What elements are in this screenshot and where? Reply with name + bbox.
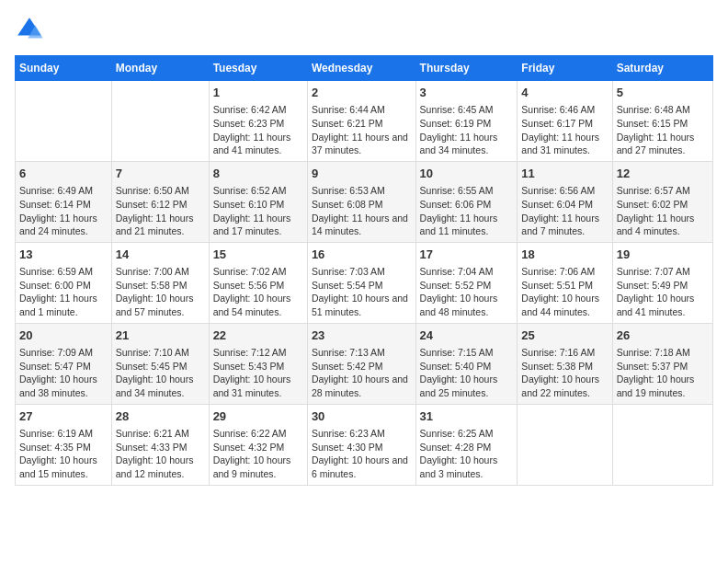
calendar-cell: 15Sunrise: 7:02 AM Sunset: 5:56 PM Dayli… — [209, 242, 307, 323]
calendar-cell: 9Sunrise: 6:53 AM Sunset: 6:08 PM Daylig… — [307, 161, 415, 242]
calendar-cell: 22Sunrise: 7:12 AM Sunset: 5:43 PM Dayli… — [209, 323, 307, 404]
calendar-cell: 7Sunrise: 6:50 AM Sunset: 6:12 PM Daylig… — [111, 161, 209, 242]
day-number: 3 — [420, 85, 514, 101]
calendar-cell: 3Sunrise: 6:45 AM Sunset: 6:19 PM Daylig… — [415, 81, 518, 162]
calendar-cell: 23Sunrise: 7:13 AM Sunset: 5:42 PM Dayli… — [307, 323, 415, 404]
header-day-sunday: Sunday — [16, 56, 112, 81]
day-content: Sunrise: 6:52 AM Sunset: 6:10 PM Dayligh… — [213, 184, 303, 238]
day-content: Sunrise: 6:49 AM Sunset: 6:14 PM Dayligh… — [19, 184, 108, 238]
header-day-monday: Monday — [111, 56, 209, 81]
day-content: Sunrise: 6:53 AM Sunset: 6:08 PM Dayligh… — [312, 184, 412, 238]
calendar-cell: 1Sunrise: 6:42 AM Sunset: 6:23 PM Daylig… — [209, 81, 307, 162]
day-content: Sunrise: 7:07 AM Sunset: 5:49 PM Dayligh… — [617, 265, 709, 319]
day-content: Sunrise: 7:02 AM Sunset: 5:56 PM Dayligh… — [213, 265, 303, 319]
header-day-friday: Friday — [518, 56, 612, 81]
calendar-cell: 10Sunrise: 6:55 AM Sunset: 6:06 PM Dayli… — [415, 161, 518, 242]
day-content: Sunrise: 7:09 AM Sunset: 5:47 PM Dayligh… — [19, 346, 108, 400]
calendar-week-4: 20Sunrise: 7:09 AM Sunset: 5:47 PM Dayli… — [16, 323, 713, 404]
day-content: Sunrise: 6:57 AM Sunset: 6:02 PM Dayligh… — [617, 184, 709, 238]
calendar-cell: 2Sunrise: 6:44 AM Sunset: 6:21 PM Daylig… — [307, 81, 415, 162]
calendar-cell: 18Sunrise: 7:06 AM Sunset: 5:51 PM Dayli… — [518, 242, 612, 323]
calendar-cell: 8Sunrise: 6:52 AM Sunset: 6:10 PM Daylig… — [209, 161, 307, 242]
day-number: 19 — [617, 247, 709, 263]
day-number: 2 — [312, 85, 412, 101]
day-content: Sunrise: 7:10 AM Sunset: 5:45 PM Dayligh… — [116, 346, 205, 400]
calendar-body: 1Sunrise: 6:42 AM Sunset: 6:23 PM Daylig… — [16, 81, 713, 486]
day-number: 21 — [116, 327, 205, 344]
logo — [15, 15, 48, 44]
page-header — [15, 15, 713, 44]
day-number: 9 — [312, 166, 412, 182]
calendar-header: SundayMondayTuesdayWednesdayThursdayFrid… — [16, 56, 713, 81]
day-number: 26 — [617, 327, 709, 344]
calendar-cell: 12Sunrise: 6:57 AM Sunset: 6:02 PM Dayli… — [612, 161, 712, 242]
day-content: Sunrise: 6:59 AM Sunset: 6:00 PM Dayligh… — [19, 265, 108, 319]
day-number: 17 — [420, 247, 514, 263]
day-content: Sunrise: 6:55 AM Sunset: 6:06 PM Dayligh… — [420, 184, 514, 238]
calendar-cell — [612, 404, 712, 485]
calendar-cell: 5Sunrise: 6:48 AM Sunset: 6:15 PM Daylig… — [612, 81, 712, 162]
day-number: 30 — [312, 408, 412, 425]
day-number: 20 — [19, 327, 108, 344]
day-number: 14 — [116, 247, 205, 263]
calendar-cell — [111, 81, 209, 162]
day-content: Sunrise: 6:46 AM Sunset: 6:17 PM Dayligh… — [521, 103, 608, 157]
day-content: Sunrise: 6:22 AM Sunset: 4:32 PM Dayligh… — [213, 427, 303, 481]
calendar-cell: 27Sunrise: 6:19 AM Sunset: 4:35 PM Dayli… — [16, 404, 112, 485]
calendar-week-1: 1Sunrise: 6:42 AM Sunset: 6:23 PM Daylig… — [16, 81, 713, 162]
day-content: Sunrise: 7:06 AM Sunset: 5:51 PM Dayligh… — [521, 265, 608, 319]
calendar-cell: 13Sunrise: 6:59 AM Sunset: 6:00 PM Dayli… — [16, 242, 112, 323]
calendar-table: SundayMondayTuesdayWednesdayThursdayFrid… — [15, 55, 713, 486]
day-number: 13 — [19, 247, 108, 263]
header-day-tuesday: Tuesday — [209, 56, 307, 81]
calendar-cell: 11Sunrise: 6:56 AM Sunset: 6:04 PM Dayli… — [518, 161, 612, 242]
day-number: 6 — [19, 166, 108, 182]
day-number: 12 — [617, 166, 709, 182]
logo-icon — [15, 15, 44, 44]
day-number: 8 — [213, 166, 303, 182]
calendar-cell: 14Sunrise: 7:00 AM Sunset: 5:58 PM Dayli… — [111, 242, 209, 323]
calendar-cell: 26Sunrise: 7:18 AM Sunset: 5:37 PM Dayli… — [612, 323, 712, 404]
calendar-cell: 28Sunrise: 6:21 AM Sunset: 4:33 PM Dayli… — [111, 404, 209, 485]
day-content: Sunrise: 7:04 AM Sunset: 5:52 PM Dayligh… — [420, 265, 514, 319]
header-day-saturday: Saturday — [612, 56, 712, 81]
day-content: Sunrise: 7:03 AM Sunset: 5:54 PM Dayligh… — [312, 265, 412, 319]
calendar-cell: 17Sunrise: 7:04 AM Sunset: 5:52 PM Dayli… — [415, 242, 518, 323]
day-number: 11 — [521, 166, 608, 182]
calendar-cell: 6Sunrise: 6:49 AM Sunset: 6:14 PM Daylig… — [16, 161, 112, 242]
day-number: 18 — [521, 247, 608, 263]
day-content: Sunrise: 7:00 AM Sunset: 5:58 PM Dayligh… — [116, 265, 205, 319]
day-content: Sunrise: 6:44 AM Sunset: 6:21 PM Dayligh… — [312, 103, 412, 157]
calendar-cell: 24Sunrise: 7:15 AM Sunset: 5:40 PM Dayli… — [415, 323, 518, 404]
day-number: 28 — [116, 408, 205, 425]
day-number: 4 — [521, 85, 608, 101]
calendar-cell: 4Sunrise: 6:46 AM Sunset: 6:17 PM Daylig… — [518, 81, 612, 162]
header-day-wednesday: Wednesday — [307, 56, 415, 81]
day-content: Sunrise: 7:16 AM Sunset: 5:38 PM Dayligh… — [521, 346, 608, 400]
day-content: Sunrise: 6:23 AM Sunset: 4:30 PM Dayligh… — [312, 427, 412, 481]
calendar-cell: 25Sunrise: 7:16 AM Sunset: 5:38 PM Dayli… — [518, 323, 612, 404]
calendar-cell: 20Sunrise: 7:09 AM Sunset: 5:47 PM Dayli… — [16, 323, 112, 404]
day-number: 27 — [19, 408, 108, 425]
day-number: 29 — [213, 408, 303, 425]
day-content: Sunrise: 7:12 AM Sunset: 5:43 PM Dayligh… — [213, 346, 303, 400]
day-number: 15 — [213, 247, 303, 263]
calendar-week-3: 13Sunrise: 6:59 AM Sunset: 6:00 PM Dayli… — [16, 242, 713, 323]
day-number: 25 — [521, 327, 608, 344]
header-day-thursday: Thursday — [415, 56, 518, 81]
calendar-cell: 29Sunrise: 6:22 AM Sunset: 4:32 PM Dayli… — [209, 404, 307, 485]
day-content: Sunrise: 7:15 AM Sunset: 5:40 PM Dayligh… — [420, 346, 514, 400]
day-content: Sunrise: 6:50 AM Sunset: 6:12 PM Dayligh… — [116, 184, 205, 238]
day-number: 7 — [116, 166, 205, 182]
day-number: 24 — [420, 327, 514, 344]
calendar-cell — [518, 404, 612, 485]
calendar-cell: 19Sunrise: 7:07 AM Sunset: 5:49 PM Dayli… — [612, 242, 712, 323]
day-number: 10 — [420, 166, 514, 182]
day-content: Sunrise: 6:25 AM Sunset: 4:28 PM Dayligh… — [420, 427, 514, 481]
calendar-week-2: 6Sunrise: 6:49 AM Sunset: 6:14 PM Daylig… — [16, 161, 713, 242]
day-content: Sunrise: 6:42 AM Sunset: 6:23 PM Dayligh… — [213, 103, 303, 157]
calendar-week-5: 27Sunrise: 6:19 AM Sunset: 4:35 PM Dayli… — [16, 404, 713, 485]
day-number: 31 — [420, 408, 514, 425]
day-content: Sunrise: 6:48 AM Sunset: 6:15 PM Dayligh… — [617, 103, 709, 157]
day-number: 1 — [213, 85, 303, 101]
